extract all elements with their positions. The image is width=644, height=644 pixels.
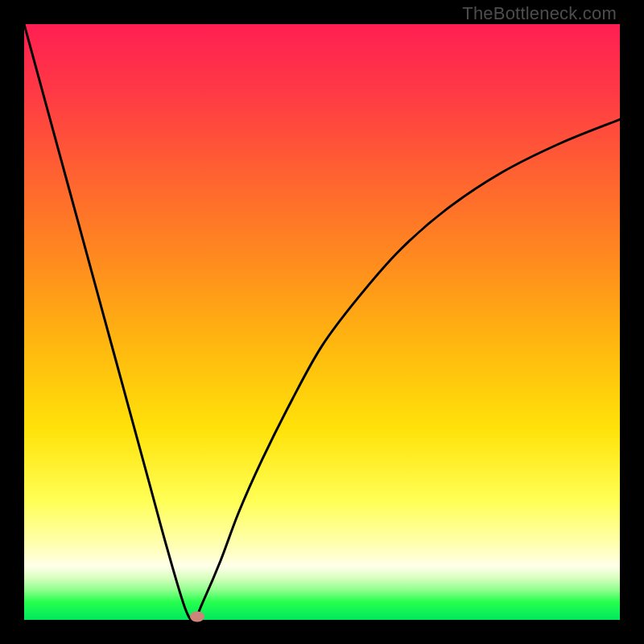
optimum-marker <box>190 612 204 622</box>
bottleneck-curve <box>24 24 620 620</box>
chart-area <box>24 24 620 620</box>
watermark-text: TheBottleneck.com <box>462 3 617 24</box>
